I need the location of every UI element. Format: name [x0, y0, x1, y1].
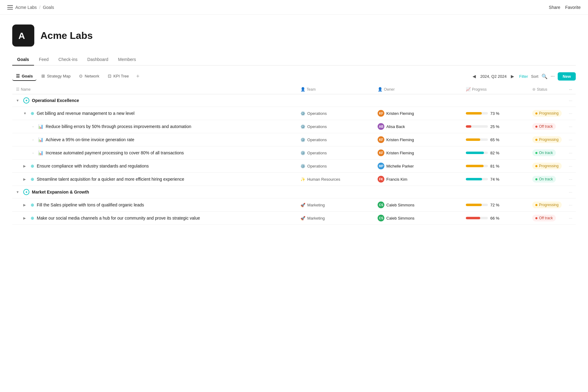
- period-next-button[interactable]: ▶: [509, 73, 516, 80]
- view-tab-strategy-map[interactable]: ⊞ Strategy Map: [38, 72, 74, 81]
- owner-col-label: Owner: [384, 87, 394, 92]
- status-label: On track: [539, 151, 553, 155]
- progress-bar-fill: [466, 217, 481, 219]
- tab-dashboard[interactable]: Dashboard: [82, 54, 113, 66]
- view-tab-kpi-tree[interactable]: ⊡ KPI Tree: [104, 72, 133, 81]
- goal-more[interactable]: ···: [565, 212, 576, 225]
- group-row: ▼ ✦ Market Expansion & Growth ···: [12, 186, 576, 198]
- breadcrumb-separator: /: [39, 5, 40, 10]
- goal-chevron[interactable]: ▶: [23, 216, 28, 220]
- tab-checkins[interactable]: Check-ins: [54, 54, 82, 66]
- team-icon: ⚙️: [300, 138, 305, 142]
- team-name: Operations: [307, 151, 327, 155]
- goal-more[interactable]: ···: [565, 160, 576, 173]
- view-tab-goals[interactable]: ☰ Goals: [12, 72, 36, 81]
- avatar: AB: [378, 123, 384, 130]
- team-icon: ⚙️: [300, 164, 305, 168]
- goal-name-label: Streamline talent acquisition for a quic…: [37, 177, 184, 182]
- status-label: Off track: [539, 216, 553, 220]
- subgoal-more[interactable]: ···: [565, 146, 576, 160]
- goal-chevron[interactable]: ▶: [23, 203, 28, 207]
- goal-row: ▶ ⊕ Make our social media channels a hub…: [12, 212, 576, 225]
- breadcrumb: Acme Labs / Goals: [7, 5, 54, 10]
- new-button[interactable]: New: [558, 72, 576, 81]
- subgoal-more[interactable]: ···: [565, 120, 576, 133]
- view-tab-network[interactable]: ⊙ Network: [75, 72, 103, 81]
- subgoal-name-cell: • 📊 Achieve a 95% on-time invoice genera…: [12, 133, 297, 146]
- goal-more[interactable]: ···: [565, 198, 576, 212]
- team-name: Human Resources: [307, 177, 340, 182]
- team-icon: ✨: [300, 177, 305, 182]
- status-badge: Progressing: [532, 136, 562, 143]
- status-badge: Off track: [532, 215, 556, 221]
- goal-icon: ⊕: [31, 177, 34, 182]
- org-logo: A: [12, 24, 34, 47]
- goal-more[interactable]: ···: [565, 173, 576, 186]
- group-name-label: Market Expansion & Growth: [32, 190, 89, 194]
- progress-pct: 72 %: [490, 203, 499, 207]
- owner-name: Michelle Parker: [386, 164, 414, 168]
- goal-chevron[interactable]: ▶: [23, 164, 28, 168]
- goal-chevron[interactable]: ▼: [23, 111, 28, 115]
- content-area: ☰ Goals ⊞ Strategy Map ⊙ Network ⊡ KPI T…: [0, 66, 588, 231]
- subgoal-name-label: Achieve a 95% on-time invoice generation…: [46, 137, 134, 142]
- progress-bar-fill: [466, 152, 484, 154]
- owner-name: Kristen Fleming: [386, 151, 414, 155]
- tab-goals[interactable]: Goals: [12, 54, 34, 66]
- subgoal-row: • 📊 Achieve a 95% on-time invoice genera…: [12, 133, 576, 146]
- status-label: On track: [539, 177, 553, 181]
- owner-name: Kristen Fleming: [386, 138, 414, 142]
- subgoal-name-label: Reduce billing errors by 50% through pro…: [46, 124, 191, 129]
- status-dot: [535, 139, 537, 141]
- period-label: 2024, Q2 2024: [480, 74, 507, 79]
- avatar: KF: [378, 136, 384, 143]
- team-name: Operations: [307, 164, 327, 168]
- goal-row: ▶ ⊕ Streamline talent acquisition for a …: [12, 173, 576, 186]
- goal-name-label: Make our social media channels a hub for…: [37, 216, 200, 221]
- favorite-button[interactable]: Favorite: [565, 5, 581, 10]
- status-badge: On track: [532, 176, 556, 183]
- goals-view-label: Goals: [22, 74, 33, 78]
- subgoal-name-cell: • 📊 Reduce billing errors by 50% through…: [12, 120, 297, 133]
- status-label: Progressing: [539, 203, 559, 207]
- group-name-label: Operational Excellence: [32, 98, 79, 103]
- period-prev-button[interactable]: ◀: [471, 73, 478, 80]
- top-nav: Acme Labs / Goals Share Favorite: [0, 0, 588, 15]
- status-badge: Progressing: [532, 110, 562, 117]
- add-view-button[interactable]: +: [134, 72, 142, 81]
- tab-members[interactable]: Members: [113, 54, 141, 66]
- tab-feed[interactable]: Feed: [34, 54, 54, 66]
- goal-name-cell: ▶ ⊕ Streamline talent acquisition for a …: [12, 173, 297, 186]
- group-more[interactable]: ···: [565, 186, 576, 198]
- team-icon: ⚙️: [300, 111, 305, 116]
- subgoal-name-cell: • 📊 Increase automated payment processin…: [12, 146, 297, 160]
- owner-name: Alisa Back: [386, 124, 405, 129]
- goal-name-cell: ▶ ⊕ Make our social media channels a hub…: [12, 212, 297, 225]
- progress-bar-wrap: [466, 165, 488, 167]
- network-label: Network: [85, 74, 99, 78]
- more-options-button[interactable]: ···: [551, 74, 555, 79]
- progress-pct: 25 %: [490, 124, 499, 129]
- share-button[interactable]: Share: [549, 5, 560, 10]
- kpi-tree-icon: ⊡: [108, 74, 111, 78]
- subgoal-more[interactable]: ···: [565, 133, 576, 146]
- group-chevron[interactable]: ▼: [16, 190, 21, 194]
- progress-bar-wrap: [466, 178, 488, 180]
- org-info: A Acme Labs: [12, 24, 576, 47]
- current-page-nav: Goals: [43, 5, 54, 10]
- sort-button[interactable]: Sort: [531, 74, 538, 79]
- goal-chevron[interactable]: ▶: [23, 177, 28, 181]
- goals-table: ☰ Name 👤 Team 👤 Owner: [12, 85, 576, 225]
- team-name: Operations: [307, 111, 327, 116]
- search-button[interactable]: 🔍: [541, 74, 548, 79]
- status-badge: Progressing: [532, 202, 562, 208]
- progress-bar-fill: [466, 204, 482, 206]
- group-chevron[interactable]: ▼: [16, 99, 21, 102]
- subgoal-dot: •: [31, 138, 36, 141]
- org-name-header: Acme Labs: [40, 30, 93, 41]
- group-more[interactable]: ···: [565, 94, 576, 107]
- status-label: Progressing: [539, 138, 559, 142]
- goal-more[interactable]: ···: [565, 107, 576, 120]
- menu-icon[interactable]: [7, 5, 13, 9]
- filter-button[interactable]: Filter: [519, 74, 528, 79]
